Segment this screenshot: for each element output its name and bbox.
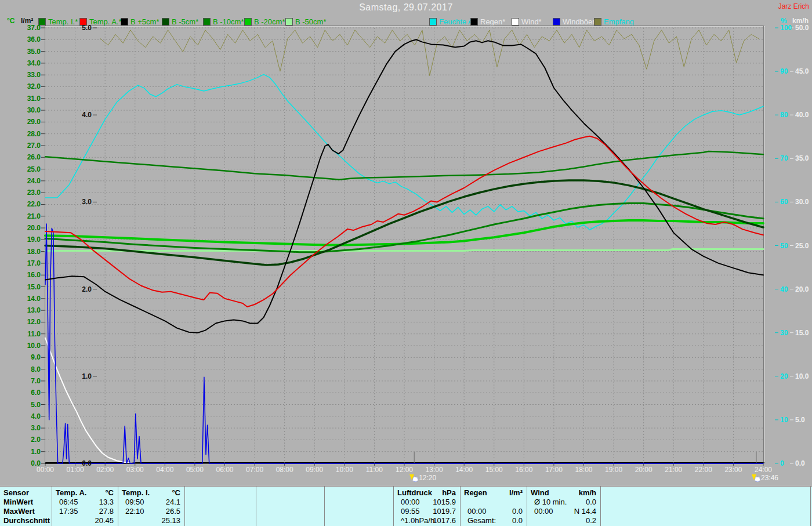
stats-unit: l/m² xyxy=(509,488,523,498)
celsius-tick-label: 7.0 xyxy=(17,378,41,384)
celsius-tick-label: 3.0 xyxy=(17,425,41,431)
percent-tick-label: 60 xyxy=(780,198,795,205)
celsius-tick-label: 5.0 xyxy=(17,401,41,408)
stats-value: 26.5 xyxy=(166,507,180,516)
celsius-tick-label: 6.0 xyxy=(17,389,41,396)
stats-col-empty xyxy=(184,487,256,526)
sun-flash-icon xyxy=(409,474,418,482)
celsius-tick-label: 1.0 xyxy=(17,448,41,455)
stats-header: Temp. A. xyxy=(56,488,86,498)
stats-value: 0.0 xyxy=(586,498,596,507)
hour-tick-label: 21:00 xyxy=(661,466,686,474)
stats-value: 24.1 xyxy=(166,498,180,507)
stats-header: Temp. I. xyxy=(122,488,150,498)
kmh-tick-label: 5.0 xyxy=(795,416,811,423)
stats-value: 0.0 xyxy=(512,507,523,516)
stats-header: Wind xyxy=(531,488,549,498)
hour-tick-label: 18:00 xyxy=(571,466,597,474)
hour-tick-label: 05:00 xyxy=(182,466,208,474)
celsius-tick-label: 23.0 xyxy=(17,189,41,196)
hour-tick-label: 16:00 xyxy=(511,466,536,474)
hour-tick-label: 02:00 xyxy=(92,466,118,474)
kmh-tick-label: 30.0 xyxy=(795,198,811,205)
time-marker-12-20[interactable]: 12:20 xyxy=(409,474,436,482)
kmh-tick-label: 20.0 xyxy=(795,286,811,293)
percent-tick-label: 30 xyxy=(780,329,795,336)
stats-value-time: ^1.0hPa/h xyxy=(401,516,434,525)
percent-tick-label: 90 xyxy=(780,68,795,75)
stats-row-label: MinWert xyxy=(3,498,50,507)
hour-tick-label: 06:00 xyxy=(212,466,238,474)
stats-value: 13.3 xyxy=(99,498,114,507)
time-marker-label: 23:46 xyxy=(761,474,778,482)
lm2-tick-label: 3.0 xyxy=(73,198,92,205)
sun-flash-icon xyxy=(752,474,760,482)
percent-tick-label: 80 xyxy=(780,111,795,118)
series-b_m20 xyxy=(45,220,763,245)
stats-col-empty xyxy=(600,487,811,526)
celsius-tick-label: 30.0 xyxy=(17,107,41,114)
series-empfang xyxy=(100,30,759,76)
percent-tick-label: 10 xyxy=(780,416,795,423)
stats-col-regen: Regenl/m²00:000.0Gesamt:0.0 xyxy=(460,487,527,526)
hour-tick-label: 15:00 xyxy=(481,466,507,474)
stats-value: 20.45 xyxy=(95,516,114,525)
celsius-tick-label: 9.0 xyxy=(17,354,41,361)
celsius-tick-label: 28.0 xyxy=(17,130,41,137)
stats-row-label: Sensor xyxy=(3,488,50,498)
celsius-tick-label: 2.0 xyxy=(17,436,41,443)
kmh-tick-label: 50.0 xyxy=(795,24,811,31)
celsius-tick-label: 36.0 xyxy=(17,36,41,43)
stats-value-time: 09:50 xyxy=(125,498,144,507)
series-b_m50 xyxy=(45,249,763,251)
celsius-tick-label: 29.0 xyxy=(17,118,41,125)
celsius-tick-label: 34.0 xyxy=(17,60,41,67)
hour-tick-label: 12:00 xyxy=(392,466,417,474)
hour-tick-label: 01:00 xyxy=(63,466,88,474)
percent-tick-label: 40 xyxy=(780,286,795,293)
stats-value-time: 22:10 xyxy=(125,507,144,516)
kmh-tick-label: 15.0 xyxy=(795,329,811,336)
celsius-tick-label: 20.0 xyxy=(17,224,41,231)
celsius-tick-label: 27.0 xyxy=(17,142,41,149)
kmh-tick-label: 45.0 xyxy=(795,68,811,75)
stats-col-temp-i-: Temp. I.°C09:5024.122:1026.525.13 xyxy=(118,487,185,526)
stats-value: 27.8 xyxy=(99,507,114,516)
stats-value: 1015.9 xyxy=(433,498,456,507)
stats-value-time: 00:00 xyxy=(401,498,420,507)
stats-col-empty xyxy=(324,487,394,526)
stats-col-empty xyxy=(256,487,325,526)
kmh-tick-label: 25.0 xyxy=(795,242,811,249)
celsius-tick-label: 25.0 xyxy=(17,166,41,173)
hour-tick-label: 07:00 xyxy=(242,466,267,474)
chart-plot-area[interactable] xyxy=(0,0,812,526)
celsius-tick-label: 14.0 xyxy=(17,295,41,302)
celsius-tick-label: 22.0 xyxy=(17,201,41,208)
hour-tick-label: 24:00 xyxy=(751,466,776,474)
celsius-tick-label: 4.0 xyxy=(17,413,41,420)
celsius-tick-label: 18.0 xyxy=(17,248,41,255)
hour-tick-label: 11:00 xyxy=(361,466,387,474)
percent-tick-label: 50 xyxy=(780,242,795,249)
celsius-tick-label: 13.0 xyxy=(17,307,41,314)
stats-value: 0.0 xyxy=(512,516,523,525)
stats-col-wind: Windkm/hØ 10 min.0.000:00N 14.40.2 xyxy=(527,487,601,526)
weather-app-window: Samstag, 29.07.2017 Jarz Erich °C l/m² %… xyxy=(0,0,812,526)
celsius-tick-label: 21.0 xyxy=(17,213,41,220)
stats-col-luftdruck: LuftdruckhPa00:001015.909:551019.7^1.0hP… xyxy=(393,487,461,526)
celsius-tick-label: 37.0 xyxy=(17,24,41,31)
lm2-tick-label: 2.0 xyxy=(73,286,92,293)
celsius-tick-label: 10.0 xyxy=(17,342,41,349)
celsius-tick-label: 33.0 xyxy=(17,71,41,78)
hour-tick-label: 08:00 xyxy=(272,466,298,474)
percent-tick-label: 20 xyxy=(780,373,795,380)
stats-value-time: 00:00 xyxy=(467,507,487,516)
time-marker-23-46[interactable]: 23:46 xyxy=(752,474,778,482)
hour-tick-label: 00:00 xyxy=(32,466,58,474)
time-marker-label: 12:20 xyxy=(419,474,436,482)
stats-unit: km/h xyxy=(579,488,596,498)
hour-tick-label: 10:00 xyxy=(332,466,357,474)
celsius-tick-label: 11.0 xyxy=(17,331,41,338)
hour-tick-label: 04:00 xyxy=(152,466,177,474)
kmh-tick-label: 35.0 xyxy=(795,155,811,162)
